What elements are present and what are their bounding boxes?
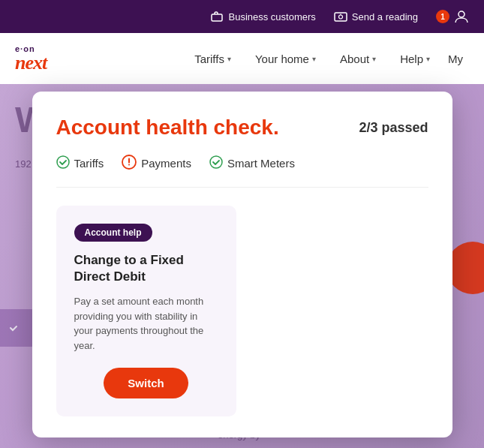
svg-point-7 [210,156,222,168]
logo[interactable]: e·on next [15,45,47,73]
check-payments: Payments [122,155,191,172]
nav-your-home[interactable]: Your home ▾ [243,33,328,84]
account-help-card: Account help Change to a Fixed Direct De… [56,206,236,416]
card-tag: Account help [74,224,152,242]
nav-my-account[interactable]: My [442,33,469,84]
svg-point-3 [458,11,464,17]
briefcase-icon [210,10,224,23]
logo-next: next [15,53,47,73]
top-bar: Business customers Send a reading 1 [0,0,484,33]
tariffs-label: Tariffs [74,157,104,170]
nav-help[interactable]: Help ▾ [388,33,442,84]
svg-point-2 [338,15,342,19]
nav-tariffs[interactable]: Tariffs ▾ [182,33,243,84]
modal-overlay: Account health check. 2/3 passed Tariffs [0,84,484,448]
switch-button[interactable]: Switch [104,368,188,398]
warning-icon [122,155,137,172]
nav-about[interactable]: About ▾ [328,33,388,84]
modal-header: Account health check. 2/3 passed [56,116,428,140]
nav-items: Tariffs ▾ Your home ▾ About ▾ Help ▾ My [182,33,469,84]
send-reading-link[interactable]: Send a reading [334,10,418,23]
payments-label: Payments [141,157,191,170]
account-health-modal: Account health check. 2/3 passed Tariffs [32,92,452,437]
svg-point-4 [57,156,69,168]
card-description: Pay a set amount each month providing yo… [74,294,218,353]
notification-badge: 1 [436,10,449,23]
svg-point-6 [128,164,130,166]
checks-row: Tariffs Payments [56,155,428,188]
profile-icon [454,9,469,24]
svg-rect-0 [212,14,222,21]
nav-bar: e·on next Tariffs ▾ Your home ▾ About ▾ … [0,33,484,84]
check-tariffs: Tariffs [56,155,104,172]
card-title: Change to a Fixed Direct Debit [74,252,218,285]
check-pass-icon [56,155,70,172]
meter-icon [334,10,347,23]
passed-badge: 2/3 passed [359,116,428,136]
check-smart-meters: Smart Meters [209,155,295,172]
notification-link[interactable]: 1 [436,9,469,24]
chevron-down-icon: ▾ [227,55,231,63]
smart-meters-label: Smart Meters [227,157,295,170]
chevron-down-icon: ▾ [372,55,376,63]
chevron-down-icon: ▾ [426,55,430,63]
chevron-down-icon: ▾ [312,55,316,63]
check-pass-icon [209,155,223,172]
business-customers-link[interactable]: Business customers [210,10,315,23]
modal-title: Account health check. [56,116,279,140]
